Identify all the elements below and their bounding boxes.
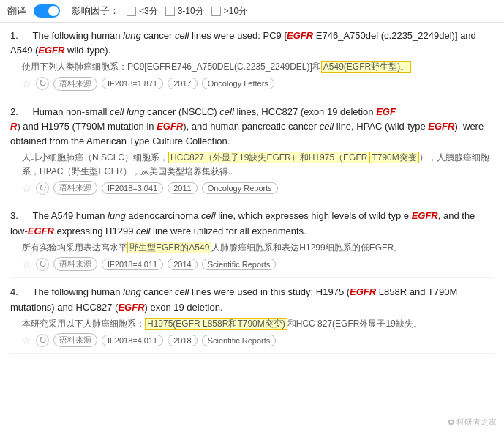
- result-2-chinese: 人非小细胞肺癌（N SCLC）细胞系，HCC827（外显子19缺失EGFR）和H…: [22, 151, 494, 178]
- result-3-english: The A549 human lung adenocarcinoma cell …: [10, 210, 475, 236]
- result-4-meta: ☆ ↻ 语料来源 IF2018=4.011 2018 Scientific Re…: [22, 333, 494, 347]
- filter-3to10[interactable]: 3-10分: [165, 5, 204, 18]
- egfr-2a: EGFR: [10, 106, 396, 132]
- result-1-meta: ☆ ↻ 语料来源 IF2018=1.871 2017 Oncology Lett…: [22, 77, 494, 91]
- result-2-highlight-a: HCC827（外显子19缺失EGFR）和H1975（EGFR: [168, 152, 369, 163]
- filter-lt3-label: <3分: [139, 5, 158, 18]
- result-1-star[interactable]: ☆: [22, 78, 31, 89]
- cell-text-4: cell: [175, 286, 189, 297]
- toggle-knob: [48, 6, 59, 16]
- result-2-journal: Oncology Reports: [202, 182, 278, 194]
- result-1-refresh[interactable]: ↻: [36, 77, 49, 90]
- result-4-journal: Scientific Reports: [202, 335, 277, 346]
- result-1-chinese: 使用下列人类肺癌细胞系：PC9[EGFRE746_A750DEL(C.2235_…: [22, 60, 494, 74]
- egfr-1b: EGFR: [38, 45, 64, 56]
- filter-gt10-label: >10分: [224, 5, 247, 18]
- lung-text-4: lung: [123, 286, 141, 297]
- watermark: ✿ 科研者之家: [448, 417, 497, 428]
- result-4-header: 4. The following human lung cancer cell …: [10, 285, 494, 314]
- result-3-year: 2014: [168, 259, 197, 270]
- result-2-refresh[interactable]: ↻: [36, 182, 49, 195]
- result-item-4: 4. The following human lung cancer cell …: [10, 285, 494, 354]
- translate-label: 翻译: [7, 4, 26, 18]
- result-3-source-tag[interactable]: 语料来源: [53, 257, 97, 271]
- cell-text-3a: cell: [201, 210, 216, 221]
- cell-text-3b: cell: [136, 226, 151, 237]
- result-3-journal: Scientific Reports: [202, 259, 277, 270]
- result-2-header: 2. Human non-small cell lung cancer (NSC…: [10, 105, 494, 149]
- result-3-star[interactable]: ☆: [22, 259, 31, 270]
- cell-text-2a: cell: [110, 106, 124, 117]
- header-bar: 翻译 影响因子： <3分 3-10分 >10分: [0, 0, 504, 23]
- result-3-meta: ☆ ↻ 语料来源 IF2018=4.011 2014 Scientific Re…: [22, 257, 494, 271]
- filter-lt3-checkbox[interactable]: [127, 7, 136, 16]
- filter-3to10-label: 3-10分: [178, 5, 204, 18]
- lung-text-2: lung: [127, 106, 145, 117]
- result-2-year: 2011: [168, 182, 197, 194]
- cell-text-2b: cell: [219, 106, 234, 117]
- result-4-english: The following human lung cancer cell lin…: [10, 286, 457, 312]
- lung-text-1: lung: [123, 30, 141, 41]
- egfr-3a: EGFR: [412, 210, 438, 221]
- result-2-number: 2.: [10, 106, 18, 117]
- result-1-if: IF2018=1.871: [102, 78, 163, 89]
- result-1-year: 2017: [168, 78, 197, 89]
- result-1-source-tag[interactable]: 语料来源: [53, 77, 97, 91]
- filter-label: 影响因子：: [72, 4, 119, 18]
- result-1-number: 1.: [10, 30, 18, 41]
- egfr-3b: EGFR: [28, 226, 54, 237]
- result-3-if: IF2018=4.011: [102, 259, 163, 270]
- result-item-3: 3. The A549 human lung adenocarcinoma ce…: [10, 209, 494, 278]
- translate-toggle[interactable]: [34, 4, 60, 18]
- filter-gt10-checkbox[interactable]: [211, 7, 221, 16]
- egfr-4a: EGFR: [350, 286, 376, 297]
- cell-text-1: cell: [175, 30, 189, 41]
- result-1-journal: Oncology Letters: [202, 78, 274, 89]
- egfr-2b: EGFR: [157, 121, 183, 132]
- result-2-if: IF2018=3.041: [102, 182, 163, 194]
- result-3-number: 3.: [10, 210, 18, 221]
- result-3-chinese: 所有实验均采用表达高水平野生型EGFR的A549人肺腺癌细胞系和表达H1299细…: [22, 241, 494, 255]
- filter-gt10[interactable]: >10分: [211, 5, 247, 18]
- result-1-highlight: A549(EGFR野生型)。: [321, 61, 411, 72]
- filter-lt3[interactable]: <3分: [127, 5, 158, 18]
- result-2-meta: ☆ ↻ 语料来源 IF2018=3.041 2011 Oncology Repo…: [22, 181, 494, 195]
- lung-text-3: lung: [108, 210, 126, 221]
- result-1-english: The following human lung cancer cell lin…: [10, 30, 476, 56]
- egfr-4b: EGFR: [118, 302, 144, 313]
- result-4-number: 4.: [10, 286, 18, 297]
- result-4-source-tag[interactable]: 语料来源: [53, 333, 97, 347]
- main-content: 1. The following human lung cancer cell …: [0, 23, 504, 367]
- result-4-year: 2018: [168, 335, 197, 346]
- result-3-highlight: 野生型EGFR的A549: [127, 242, 211, 253]
- result-3-header: 3. The A549 human lung adenocarcinoma ce…: [10, 209, 494, 238]
- result-4-star[interactable]: ☆: [22, 335, 31, 346]
- egfr-2c: EGFR: [428, 121, 454, 132]
- result-2-star[interactable]: ☆: [22, 182, 31, 194]
- result-4-chinese: 本研究采用以下人肺癌细胞系：H1975(EGFR L858R和T790M突变)和…: [22, 317, 494, 331]
- result-2-english: Human non-small cell lung cancer (NSCLC)…: [10, 106, 484, 146]
- result-4-refresh[interactable]: ↻: [36, 334, 49, 347]
- filter-3to10-checkbox[interactable]: [165, 7, 175, 16]
- result-3-refresh[interactable]: ↻: [36, 258, 49, 271]
- result-2-source-tag[interactable]: 语料来源: [53, 181, 97, 195]
- egfr-1a: EGFR: [287, 30, 313, 41]
- result-item-1: 1. The following human lung cancer cell …: [10, 29, 494, 97]
- cell-text-2c: cell: [320, 121, 334, 132]
- result-4-if: IF2018=4.011: [102, 335, 163, 346]
- result-item-2: 2. Human non-small cell lung cancer (NSC…: [10, 105, 494, 202]
- result-4-highlight: H1975(EGFR L858R和T790M突变): [145, 318, 287, 330]
- result-2-highlight-b: T790M突变: [369, 152, 418, 163]
- result-1-header: 1. The following human lung cancer cell …: [10, 29, 494, 58]
